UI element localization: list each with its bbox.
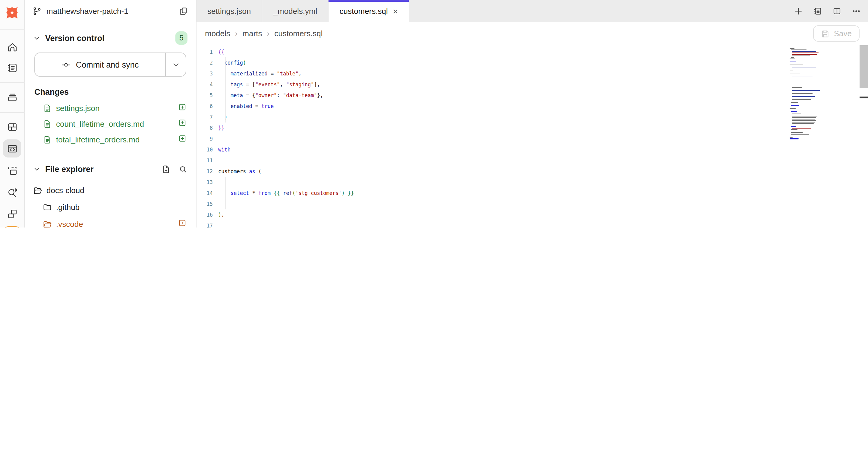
tree-item-docs-cloud[interactable]: docs-cloud (25, 182, 196, 199)
chevron-down-icon (172, 61, 179, 68)
line-number: 4 (196, 82, 218, 87)
changed-file-count_lifetime_orders.md[interactable]: count_lifetime_orders.md (25, 116, 196, 132)
tree-item-.vscode[interactable]: .vscode (25, 216, 196, 227)
code-line: 14 select * from {{ ref('stg_customers')… (196, 188, 868, 199)
chevron-down-icon (33, 34, 40, 41)
file-explorer-header[interactable]: File explorer (25, 156, 196, 182)
doc-icon (43, 119, 52, 128)
git-branch-icon (33, 6, 41, 16)
code-line: 3 materialized = "table", (196, 68, 868, 79)
chevron-down-icon (33, 165, 40, 173)
branch-header: matthewshaver-patch-1 (25, 0, 196, 22)
home-icon[interactable] (3, 38, 21, 56)
tree-item-label: docs-cloud (46, 186, 186, 195)
breadcrumb-segment[interactable]: models (205, 29, 230, 38)
doc-icon (43, 135, 52, 144)
dot-square-icon (179, 219, 186, 227)
split-pane-icon[interactable] (832, 7, 841, 16)
line-number: 3 (196, 70, 218, 77)
code-line: 4 tags = ["events", "staging"], (196, 79, 868, 90)
tab-label: settings.json (207, 7, 251, 16)
code-line: 13 (196, 177, 868, 188)
breadcrumb-row: models›marts›customers.sql Save (196, 22, 868, 44)
scrollbar-thumb[interactable] (860, 45, 868, 88)
line-number: 1 (196, 49, 218, 55)
editor-tab-_models.yml[interactable]: _models.yml (262, 0, 329, 22)
save-button[interactable]: Save (813, 25, 860, 41)
line-number: 10 (196, 147, 218, 153)
line-number: 5 (196, 92, 218, 98)
code-line: 7 ) (196, 112, 868, 122)
changed-file-name: total_lifetime_orders.md (56, 135, 174, 144)
line-number: 11 (196, 158, 218, 164)
code-line: 17 (196, 220, 868, 227)
line-number: 2 (196, 60, 218, 66)
windows-icon[interactable] (3, 205, 21, 223)
line-number: 13 (196, 179, 218, 185)
code-editor[interactable]: 1{{2 config(3 materialized = "table",4 t… (196, 44, 868, 227)
changed-file-total_lifetime_orders.md[interactable]: total_lifetime_orders.md (25, 132, 196, 147)
changes-list: settings.jsoncount_lifetime_orders.mdtot… (25, 100, 196, 147)
line-number: 15 (196, 201, 218, 207)
tree-item-label: .vscode (56, 219, 174, 227)
code-line: 5 meta = {"owner": "data-team"}, (196, 90, 868, 101)
main-area: settings.json_models.ymlcustomers.sql× m… (196, 0, 868, 227)
git-commit-icon (61, 60, 70, 69)
code-line: 9 (196, 133, 868, 144)
folder-icon (43, 202, 52, 211)
new-file-icon[interactable] (161, 165, 170, 173)
plus-square-icon (179, 103, 186, 111)
changes-title: Changes (34, 87, 186, 96)
notebook-icon[interactable] (3, 59, 21, 77)
tree-item-.github[interactable]: .github (25, 199, 196, 216)
commit-and-sync-main[interactable]: Commit and sync (35, 53, 165, 76)
minimap[interactable] (789, 48, 841, 136)
code-line: 10with (196, 144, 868, 155)
editor-tabbar: settings.json_models.ymlcustomers.sql× (196, 0, 868, 22)
commit-and-sync-button: Commit and sync (34, 53, 186, 77)
stack-icon[interactable] (3, 88, 21, 106)
code-line: 11 (196, 155, 868, 166)
dbt-logo-icon[interactable] (3, 4, 21, 22)
commit-options-caret[interactable] (165, 53, 186, 76)
line-number: 16 (196, 212, 218, 218)
copilot-icon[interactable] (3, 226, 21, 227)
dashboard-icon[interactable] (3, 118, 21, 136)
code-content: 1{{2 config(3 materialized = "table",4 t… (196, 44, 868, 227)
notebook-panel-icon[interactable] (813, 7, 822, 16)
dbt-cloud-ide: matthewshaver-patch-1 Version control 5 … (0, 0, 868, 227)
editor-tab-settings.json[interactable]: settings.json (196, 0, 262, 22)
more-options-icon[interactable] (852, 7, 861, 16)
changed-file-name: count_lifetime_orders.md (56, 119, 174, 128)
new-tab-icon[interactable] (794, 7, 803, 16)
file-explorer-title: File explorer (45, 165, 157, 173)
line-number: 17 (196, 223, 218, 227)
code-line: 8}} (196, 122, 868, 133)
code-line: 1{{ (196, 47, 868, 57)
code-line: 16), (196, 209, 868, 220)
tab-label: customers.sql (339, 7, 388, 16)
breadcrumb-segment[interactable]: customers.sql (274, 29, 322, 38)
close-tab-icon[interactable]: × (393, 7, 398, 16)
canvas-select-icon[interactable] (3, 162, 21, 180)
version-control-header[interactable]: Version control 5 (25, 27, 196, 49)
breadcrumb-separator: › (267, 29, 270, 38)
icon-rail (0, 0, 25, 227)
plus-square-icon (179, 135, 186, 142)
breadcrumb-segment[interactable]: marts (243, 29, 262, 38)
code-line: 2 config( (196, 57, 868, 68)
changed-file-settings.json[interactable]: settings.json (25, 100, 196, 116)
commit-and-sync-label: Commit and sync (76, 60, 139, 69)
editor-tab-customers.sql[interactable]: customers.sql× (329, 0, 409, 22)
breadcrumb-separator: › (235, 29, 238, 38)
code-editor-icon[interactable] (3, 139, 21, 158)
code-line: 6 enabled = true (196, 101, 868, 112)
copy-icon[interactable] (179, 6, 188, 16)
sidebar: matthewshaver-patch-1 Version control 5 … (25, 0, 196, 227)
changed-file-name: settings.json (56, 104, 174, 113)
version-control-title: Version control (45, 33, 170, 42)
file-tree: docs-cloud.github.vscodesettings.jsonana… (25, 182, 196, 227)
search-icon[interactable] (179, 165, 187, 173)
query-analysis-icon[interactable] (3, 183, 21, 201)
editor-scrollbar[interactable] (860, 44, 868, 227)
